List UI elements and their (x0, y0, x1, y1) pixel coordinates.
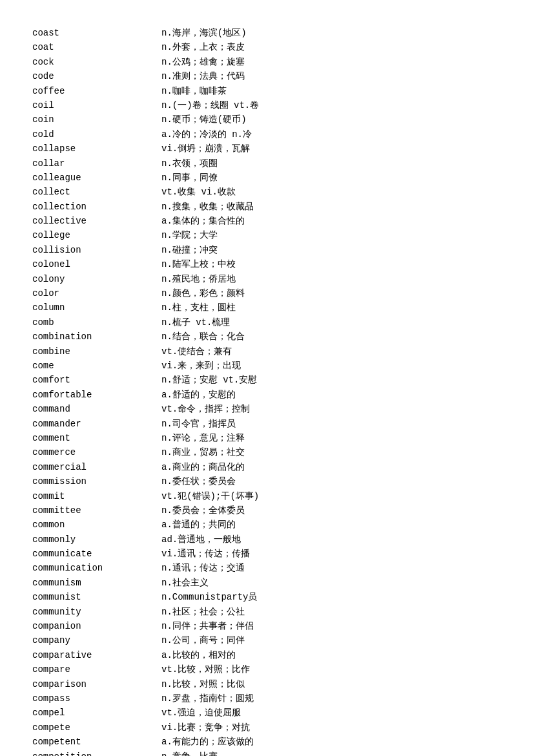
word-cell: come (32, 359, 161, 373)
word-cell: cock (32, 55, 161, 69)
definition-cell: n.通讯；传达；交通 (161, 561, 502, 575)
table-row: comevi.来，来到；出现 (32, 359, 502, 373)
definition-cell: n.竞争，比赛 (161, 750, 502, 756)
word-cell: comment (32, 431, 161, 445)
word-cell: commander (32, 417, 161, 431)
table-row: comfortn.舒适；安慰 vt.安慰 (32, 373, 502, 387)
definition-cell: a.比较的，相对的 (161, 648, 502, 662)
definition-cell: vi.通讯；传达；传播 (161, 547, 502, 561)
table-row: coiln.(一)卷；线圈 vt.卷 (32, 98, 502, 112)
word-cell: communist (32, 590, 161, 604)
word-cell: compare (32, 662, 161, 677)
table-row: coastn.海岸，海滨(地区) (32, 26, 502, 40)
definition-cell: n.罗盘，指南针；圆规 (161, 691, 502, 706)
word-cell: collection (32, 200, 161, 214)
word-cell: communication (32, 561, 161, 575)
table-row: comfortablea.舒适的，安慰的 (32, 388, 502, 402)
table-row: communistn.Communistparty员 (32, 590, 502, 604)
table-row: commonlyad.普通地，一般地 (32, 532, 502, 547)
word-cell: colleague (32, 171, 161, 185)
word-cell: command (32, 402, 161, 416)
table-row: commissionn.委任状；委员会 (32, 474, 502, 488)
word-cell: commission (32, 474, 161, 488)
table-row: communicatevi.通讯；传达；传播 (32, 547, 502, 561)
word-cell: compass (32, 691, 161, 706)
word-cell: collect (32, 185, 161, 199)
definition-cell: vi.比赛；竞争；对抗 (161, 720, 502, 735)
definition-cell: n.搜集，收集；收藏品 (161, 200, 502, 214)
definition-cell: n.学院；大学 (161, 228, 502, 242)
word-cell: community (32, 605, 161, 619)
definition-cell: n.颜色，彩色；颜料 (161, 286, 502, 300)
table-row: companyn.公司，商号；同伴 (32, 633, 502, 647)
table-row: comparativea.比较的，相对的 (32, 648, 502, 662)
definition-cell: a.集体的；集合性的 (161, 214, 502, 228)
word-cell: code (32, 69, 161, 83)
definition-cell: vt.比较，对照；比作 (161, 662, 502, 677)
definition-cell: vi.来，来到；出现 (161, 359, 502, 373)
definition-cell: n.委员会；全体委员 (161, 503, 502, 518)
definition-cell: n.结合，联合；化合 (161, 330, 502, 344)
definition-cell: n.公司，商号；同伴 (161, 633, 502, 647)
word-cell: combination (32, 330, 161, 344)
word-cell: colony (32, 272, 161, 286)
definition-cell: n.陆军上校；中校 (161, 257, 502, 271)
table-row: competitionn.竞争，比赛 (32, 750, 502, 756)
definition-cell: a.商业的；商品化的 (161, 460, 502, 474)
table-row: colleaguen.同事，同僚 (32, 171, 502, 185)
definition-cell: n.评论，意见；注释 (161, 431, 502, 445)
definition-cell: a.舒适的，安慰的 (161, 388, 502, 402)
word-cell: coin (32, 112, 161, 127)
word-cell: commerce (32, 445, 161, 459)
table-row: collapsevi.倒坍；崩溃，瓦解 (32, 142, 502, 156)
table-row: companionn.同伴；共事者；伴侣 (32, 619, 502, 633)
table-row: commandern.司令官，指挥员 (32, 417, 502, 431)
definition-cell: vt.命令，指挥；控制 (161, 402, 502, 416)
table-row: collectionn.搜集，收集；收藏品 (32, 200, 502, 214)
word-cell: coffee (32, 84, 161, 98)
definition-cell: vt.强迫，迫使屈服 (161, 706, 502, 720)
word-cell: companion (32, 619, 161, 633)
definition-cell: n.同事，同僚 (161, 171, 502, 185)
word-cell: committee (32, 503, 161, 518)
word-cell: combine (32, 344, 161, 359)
word-cell: coil (32, 98, 161, 112)
definition-cell: a.有能力的；应该做的 (161, 735, 502, 749)
definition-cell: n.委任状；委员会 (161, 474, 502, 488)
table-row: collegen.学院；大学 (32, 228, 502, 242)
definition-cell: n.Communistparty员 (161, 590, 502, 604)
word-cell: collapse (32, 142, 161, 156)
table-row: compassn.罗盘，指南针；圆规 (32, 691, 502, 706)
table-row: comparisonn.比较，对照；比似 (32, 677, 502, 691)
definition-cell: n.社会主义 (161, 576, 502, 590)
table-row: comparevt.比较，对照；比作 (32, 662, 502, 677)
table-row: compelvt.强迫，迫使屈服 (32, 706, 502, 720)
word-cell: commercial (32, 460, 161, 474)
definition-cell: vt.使结合；兼有 (161, 344, 502, 359)
definition-cell: ad.普通地，一般地 (161, 532, 502, 547)
word-cell: comfort (32, 373, 161, 387)
definition-cell: n.柱，支柱，圆柱 (161, 300, 502, 315)
word-cell: colonel (32, 257, 161, 271)
table-row: communismn.社会主义 (32, 576, 502, 590)
table-row: cockn.公鸡；雄禽；旋塞 (32, 55, 502, 69)
definition-cell: n.海岸，海滨(地区) (161, 26, 502, 40)
word-cell: compete (32, 720, 161, 735)
word-list: coastn.海岸，海滨(地区)coatn.外套，上衣；表皮cockn.公鸡；雄… (32, 26, 502, 756)
definition-cell: n.硬币；铸造(硬币) (161, 112, 502, 127)
table-row: commona.普通的；共同的 (32, 518, 502, 532)
definition-cell: vi.倒坍；崩溃，瓦解 (161, 142, 502, 156)
word-cell: comb (32, 315, 161, 330)
word-cell: comparative (32, 648, 161, 662)
table-row: coffeen.咖啡，咖啡茶 (32, 84, 502, 98)
word-cell: collision (32, 243, 161, 257)
definition-cell: n.碰撞；冲突 (161, 243, 502, 257)
table-row: coloneln.陆军上校；中校 (32, 257, 502, 271)
table-row: commitvt.犯(错误);干(坏事) (32, 489, 502, 503)
definition-cell: n.外套，上衣；表皮 (161, 40, 502, 54)
table-row: commentn.评论，意见；注释 (32, 431, 502, 445)
table-row: competenta.有能力的；应该做的 (32, 735, 502, 749)
word-cell: competition (32, 750, 161, 756)
word-cell: column (32, 300, 161, 315)
word-cell: competent (32, 735, 161, 749)
